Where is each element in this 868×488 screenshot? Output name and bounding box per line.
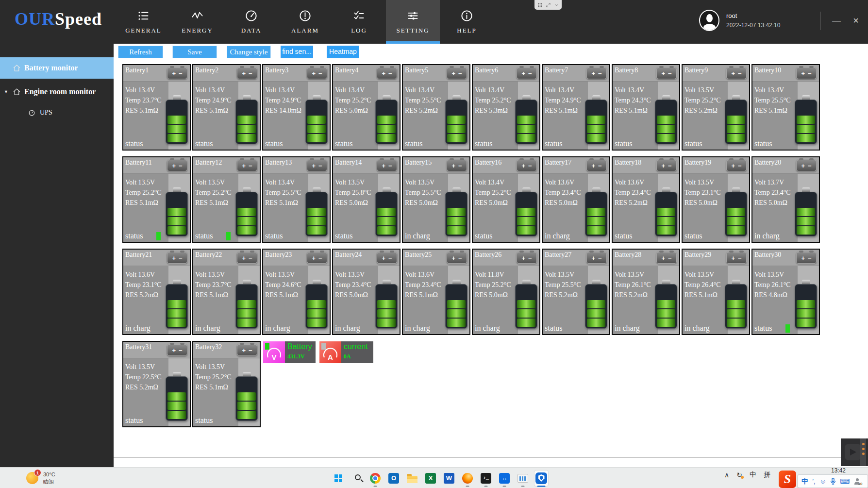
battery-card-battery4[interactable]: Battery4 +− Volt 13.4V Temp 25.2°C RES 5… [332, 64, 401, 151]
refresh-button[interactable]: Refresh [118, 46, 163, 58]
taskbar-outlook-button[interactable]: O [387, 471, 401, 486]
battery-card-battery11[interactable]: Battery11 +− Volt 13.5V Temp 25.2°C RES … [122, 156, 191, 243]
battery-card-battery10[interactable]: Battery10 +− Volt 13.4V Temp 25.5°C RES … [751, 64, 820, 151]
grid-dots-icon[interactable] [537, 2, 543, 8]
sogou-ime-logo[interactable]: S [779, 471, 796, 488]
floating-corner-widget[interactable] [841, 438, 868, 466]
logo-our: OUR [15, 9, 55, 29]
volt-reading: Volt 13.5V [684, 85, 730, 95]
taskbar-clock[interactable]: 13:42 [831, 467, 846, 474]
tab-general[interactable]: GENERAL [117, 0, 170, 44]
battery-card-battery8[interactable]: Battery8 +− Volt 13.4V Temp 24.3°C RES 5… [612, 64, 680, 151]
battery-card-battery23[interactable]: Battery23 +− Volt 13.5V Temp 24.6°C RES … [262, 249, 331, 335]
battery-status: status [615, 232, 632, 240]
battery-level-icon [725, 187, 747, 236]
battery-card-battery2[interactable]: Battery2 +− Volt 13.4V Temp 24.9°C RES 5… [192, 64, 261, 151]
keyboard-icon[interactable]: ⌨ [840, 478, 850, 485]
battery-card-battery13[interactable]: Battery13 +− Volt 13.4V Temp 25.5°C RES … [262, 156, 331, 243]
sidebar-item-battery-monitor[interactable]: Battery monitor [0, 57, 114, 79]
battery-card-battery3[interactable]: Battery3 +− Volt 13.4V Temp 24.9°C RES 1… [262, 64, 331, 151]
battery-card-battery14[interactable]: Battery14 +− Volt 13.5V Temp 25.8°C RES … [332, 156, 401, 243]
tab-data[interactable]: DATA [224, 0, 278, 44]
tab-help[interactable]: HELP [440, 0, 494, 44]
battery-card-battery5[interactable]: Battery5 +− Volt 13.4V Temp 25.5°C RES 5… [402, 64, 470, 151]
battery-status: in charg [754, 232, 780, 240]
car-battery-icon: +− [796, 160, 817, 171]
battery-card-battery26[interactable]: Battery26 +− Volt 11.8V Temp 25.2°C RES … [472, 249, 540, 335]
ime-emoji-icon[interactable]: ☺ [819, 478, 826, 485]
battery-card-battery9[interactable]: Battery9 +− Volt 13.5V Temp 25.2°C RES 5… [682, 64, 750, 151]
pack-current-widget[interactable]: A current 0A [319, 341, 373, 363]
avatar[interactable] [699, 10, 719, 31]
save-button[interactable]: Save [172, 46, 217, 58]
battery-card-battery28[interactable]: Battery28 +− Volt 13.5V Temp 26.1°C RES … [612, 249, 680, 335]
taskbar-firefox-button[interactable] [461, 471, 474, 486]
volt-reading: Volt 13.4V [545, 85, 590, 95]
taskbar-word-button[interactable]: W [442, 471, 456, 486]
battery-card-battery15[interactable]: Battery15 +− Volt 13.5V Temp 25.5°C RES … [402, 156, 470, 243]
user-count-icon[interactable]: 10 [854, 478, 860, 485]
battery-readings: Volt 13.5V Temp 25.2°C RES 5.2mΩ [684, 85, 730, 116]
find-sensor-button[interactable]: find sen... [281, 46, 313, 58]
battery-card-battery7[interactable]: Battery7 +− Volt 13.4V Temp 24.9°C RES 5… [542, 64, 610, 151]
change-style-button[interactable]: Change style [227, 46, 271, 58]
battery-card-battery24[interactable]: Battery24 +− Volt 13.5V Temp 23.4°C RES … [332, 249, 401, 335]
expander-icon[interactable]: ▼ [4, 89, 8, 94]
battery-level-icon [305, 187, 328, 236]
pack-voltage-widget[interactable]: V Battery 431.3V [263, 341, 316, 363]
res-reading: RES 5.0mΩ [475, 290, 520, 300]
tab-energy[interactable]: ENERGY [170, 0, 224, 44]
car-battery-icon: +− [307, 252, 327, 264]
battery-card-battery17[interactable]: Battery17 +− Volt 13.6V Temp 23.4°C RES … [542, 156, 610, 243]
weather-widget[interactable]: 1 30°C 晴朗 [26, 470, 55, 486]
battery-name: Battery5 [405, 67, 428, 74]
tab-alarm[interactable]: ALARM [278, 0, 332, 44]
battery-card-battery18[interactable]: Battery18 +− Volt 13.6V Temp 23.4°C RES … [612, 156, 680, 243]
sidebar-item-ups[interactable]: UPS [0, 107, 114, 118]
car-battery-icon: +− [726, 160, 747, 171]
expand-icon[interactable] [546, 2, 551, 8]
ime-language-indicator[interactable]: 中 [750, 471, 756, 479]
tray-chevron-up-icon[interactable]: ∧ [724, 471, 729, 479]
tab-log[interactable]: LOG [332, 0, 386, 44]
taskbar-monitor-button[interactable] [516, 471, 530, 486]
tray-sync-icon[interactable]: ↻ [736, 471, 742, 479]
ime-pinyin-indicator[interactable]: 拼 [764, 471, 770, 479]
volt-reading: Volt 13.6V [125, 269, 171, 280]
microphone-icon[interactable] [830, 478, 836, 485]
tab-setting[interactable]: SETTING [386, 0, 440, 44]
battery-card-battery16[interactable]: Battery16 +− Volt 13.4V Temp 25.2°C RES … [472, 156, 540, 243]
battery-card-battery6[interactable]: Battery6 +− Volt 13.4V Temp 25.2°C RES 5… [472, 64, 540, 151]
res-reading: RES 5.2mΩ [684, 105, 730, 116]
ime-punctuation[interactable]: ’, [812, 478, 816, 485]
battery-card-battery31[interactable]: Battery31 +− Volt 13.5V Temp 22.5°C RES … [122, 341, 191, 427]
taskbar-chrome-button[interactable] [368, 471, 382, 486]
chevron-down-icon[interactable] [554, 2, 559, 8]
battery-card-battery20[interactable]: Battery20 +− Volt 13.7V Temp 23.4°C RES … [751, 156, 820, 243]
car-battery-icon: +− [377, 252, 397, 264]
taskbar-teamviewer-button[interactable]: ↔ [498, 471, 511, 486]
taskbar-excel-button[interactable]: X [424, 471, 437, 486]
battery-card-battery29[interactable]: Battery29 +− Volt 13.5V Temp 26.4°C RES … [682, 249, 750, 335]
sidebar-item-engine-room-monitor[interactable]: ▼ Engine room monitor [0, 85, 114, 99]
taskbar-start-button[interactable] [332, 471, 345, 486]
battery-readings: Volt 13.5V Temp 26.1°C RES 5.2mΩ [615, 269, 660, 300]
taskbar-explorer-button[interactable] [405, 471, 419, 486]
taskbar-terminal-button[interactable]: ›_ [479, 471, 493, 486]
ime-chinese-mode[interactable]: 中 [801, 478, 808, 485]
taskbar-bms-button[interactable] [534, 471, 548, 486]
battery-card-battery19[interactable]: Battery19 +− Volt 13.5V Temp 23.1°C RES … [682, 156, 750, 243]
widget-menu-dots[interactable] [860, 438, 866, 466]
battery-card-battery32[interactable]: Battery32 +− Volt 13.5V Temp 25.2°C RES … [192, 341, 261, 427]
close-button[interactable]: × [849, 14, 863, 27]
battery-card-battery22[interactable]: Battery22 +− Volt 13.5V Temp 23.7°C RES … [192, 249, 261, 335]
battery-card-battery1[interactable]: Battery1 +− Volt 13.4V Temp 23.7°C RES 5… [122, 64, 191, 151]
minimize-button[interactable]: — [829, 14, 844, 27]
battery-card-battery21[interactable]: Battery21 +− Volt 13.6V Temp 23.1°C RES … [122, 249, 191, 335]
battery-card-battery27[interactable]: Battery27 +− Volt 13.5V Temp 25.5°C RES … [542, 249, 610, 335]
battery-card-battery12[interactable]: Battery12 +− Volt 13.5V Temp 25.2°C RES … [192, 156, 261, 243]
heatmap-button[interactable]: Heatmap [327, 46, 359, 58]
taskbar-search-button[interactable] [350, 471, 364, 486]
battery-card-battery25[interactable]: Battery25 +− Volt 13.6V Temp 23.4°C RES … [402, 249, 470, 335]
battery-card-battery30[interactable]: Battery30 +− Volt 13.5V Temp 26.1°C RES … [751, 249, 820, 335]
